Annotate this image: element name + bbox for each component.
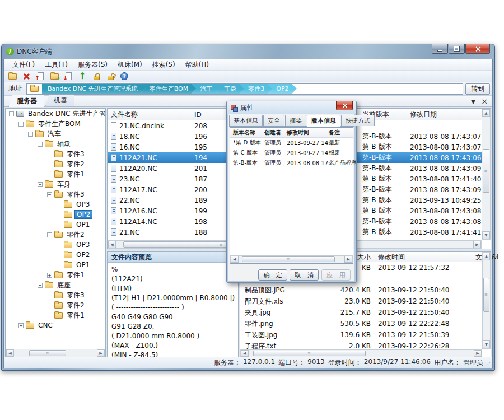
- ok-button[interactable]: 确 定: [258, 269, 287, 281]
- tree-item[interactable]: OP1: [6, 220, 105, 230]
- column-file-name[interactable]: 文件名称: [111, 109, 138, 120]
- breadcrumb-segment[interactable]: 零件生产BOM: [141, 84, 197, 94]
- tree-item[interactable]: 零件1: [6, 169, 105, 179]
- tree-item[interactable]: OP3: [6, 240, 105, 250]
- tree-item[interactable]: 零件3: [6, 149, 105, 159]
- version-row[interactable]: *第-D-版本管理员2013-09-27 14:...最新: [230, 138, 353, 148]
- menu-item[interactable]: 工具(T): [40, 59, 73, 71]
- tree-item[interactable]: −零件3: [6, 189, 105, 199]
- menu-item[interactable]: 机床(M): [113, 59, 147, 71]
- dialog-tab[interactable]: 快捷方式: [341, 115, 375, 126]
- tree-item[interactable]: −零件生产BOM: [6, 119, 105, 129]
- expand-icon[interactable]: +: [18, 323, 24, 328]
- scroll-left-icon[interactable]: ◀: [6, 349, 14, 357]
- delete-icon[interactable]: [20, 71, 32, 81]
- dialog-tab[interactable]: 安全: [263, 115, 284, 126]
- tab-server[interactable]: 服务器: [8, 95, 44, 107]
- table-row[interactable]: 工装图.jpg139.6 KB2013-09-12 21:50:39: [240, 329, 482, 340]
- scroll-right-icon[interactable]: ▶: [474, 350, 482, 357]
- scroll-down-icon[interactable]: ▼: [483, 340, 490, 348]
- open-folder-icon[interactable]: →: [48, 71, 60, 81]
- breadcrumb-segment[interactable]: Bandex DNC 先进生产管理系统: [42, 84, 146, 94]
- dialog-tab[interactable]: 基本信息: [229, 115, 263, 126]
- attachment-hscrollbar[interactable]: ◀ ≡ ▶: [240, 349, 482, 357]
- menu-item[interactable]: 服务器(S): [73, 59, 113, 71]
- attachment-vscrollbar[interactable]: ▲ ≡ ▼: [482, 252, 491, 349]
- tree-item[interactable]: −底座: [6, 280, 105, 290]
- new-folder-icon[interactable]: [6, 71, 18, 81]
- tree-item[interactable]: −轴承: [6, 139, 105, 149]
- tab-machine[interactable]: 机器: [45, 94, 74, 106]
- cancel-button[interactable]: 取 消: [290, 269, 319, 281]
- collapse-icon[interactable]: −: [47, 192, 52, 197]
- title-bar[interactable]: DNC客户端: [2, 44, 494, 59]
- column-version-name[interactable]: 版本名称: [233, 128, 255, 138]
- scroll-right-icon[interactable]: ▶: [97, 349, 105, 357]
- tree-item[interactable]: +CNC: [6, 320, 105, 330]
- help-icon[interactable]: ?: [118, 71, 130, 81]
- menu-item[interactable]: 文件(F): [7, 59, 40, 71]
- version-row[interactable]: 第-B-版本管理员2013-08-08 17:...老产品程序: [230, 158, 353, 168]
- collapse-icon[interactable]: −: [9, 111, 14, 116]
- column-id[interactable]: ID: [194, 109, 202, 120]
- panel-menu-icon[interactable]: ▼: [471, 99, 475, 105]
- tree-item[interactable]: 零件2: [6, 159, 105, 169]
- check-in-icon[interactable]: ↑: [34, 71, 46, 81]
- minimize-button[interactable]: [432, 44, 448, 54]
- scroll-up-icon[interactable]: ▲: [483, 253, 490, 260]
- tree-item[interactable]: +零件1: [6, 270, 105, 280]
- scroll-left-icon[interactable]: ◀: [108, 241, 116, 248]
- scroll-right-icon[interactable]: ▶: [344, 256, 352, 263]
- collapse-icon[interactable]: −: [38, 142, 43, 147]
- scroll-right-icon[interactable]: ▶: [473, 241, 481, 248]
- version-row[interactable]: 第-C-版本管理员2013-09-27 14:...报废: [230, 148, 353, 158]
- expand-icon[interactable]: +: [47, 273, 52, 278]
- collapse-icon[interactable]: −: [38, 283, 43, 288]
- scroll-left-icon[interactable]: ◀: [241, 350, 249, 357]
- scroll-up-icon[interactable]: ▲: [482, 109, 490, 117]
- tree-item[interactable]: 零件3: [6, 290, 105, 300]
- menu-item[interactable]: 搜索(S): [147, 59, 180, 71]
- panel-close-icon[interactable]: ×: [481, 97, 488, 105]
- dialog-title-bar[interactable]: 属性: [227, 101, 356, 114]
- table-row[interactable]: 制品顶图.JPG420.4 KB2013-09-12 21:50:40: [240, 284, 482, 296]
- tree-item[interactable]: OP3: [6, 199, 105, 209]
- tree-item[interactable]: 零件2: [6, 300, 105, 310]
- dialog-hscrollbar[interactable]: ◀ ≡ ▶: [230, 255, 353, 263]
- dialog-tab[interactable]: 摘要: [285, 115, 306, 126]
- collapse-icon[interactable]: −: [38, 182, 43, 187]
- table-row[interactable]: 零件.png530.5 KB2013-09-12 22:22:48: [240, 318, 482, 329]
- table-row[interactable]: 配刀文件.xls23.0 KB2013-09-12 21:50:40: [240, 296, 482, 307]
- tree-item[interactable]: −零件2: [6, 230, 105, 240]
- tree-item[interactable]: OP2: [6, 209, 105, 220]
- tree-item[interactable]: −车身: [6, 179, 105, 189]
- table-row[interactable]: 夹具.jpg215.7 KB2013-09-12 21:50:40: [240, 307, 482, 318]
- close-button[interactable]: [465, 44, 490, 54]
- dialog-close-button[interactable]: [336, 101, 353, 110]
- resize-grip[interactable]: ⋰: [486, 362, 491, 367]
- column-modified-date[interactable]: 修改日期: [410, 109, 437, 120]
- column-modify-time[interactable]: 修改时间: [287, 128, 309, 138]
- tree-hscrollbar[interactable]: ◀ ≡ ▶: [6, 349, 105, 357]
- scroll-down-icon[interactable]: ▼: [482, 231, 490, 239]
- upload-icon[interactable]: ↑: [76, 71, 88, 81]
- tree-item[interactable]: 零件1: [6, 310, 105, 320]
- check-out-icon[interactable]: ↓: [62, 71, 74, 81]
- scroll-left-icon[interactable]: ◀: [231, 256, 239, 263]
- unlock-icon[interactable]: [104, 71, 116, 81]
- address-input[interactable]: Bandex DNC 先进生产管理系统零件生产BOM汽车车身零件3OP2: [26, 83, 463, 95]
- menu-item[interactable]: 帮助(H): [180, 59, 214, 71]
- column-creator[interactable]: 创建者: [264, 128, 281, 138]
- file-list-vscrollbar[interactable]: ▲ ≡ ▼: [482, 109, 491, 240]
- tree-item[interactable]: −Bandex DNC 先进生产管理系统: [6, 109, 105, 119]
- lock-icon[interactable]: [90, 71, 102, 81]
- maximize-button[interactable]: [449, 44, 465, 54]
- column-note[interactable]: 备注: [329, 128, 340, 138]
- collapse-icon[interactable]: −: [28, 132, 33, 137]
- go-button[interactable]: 转到: [465, 83, 490, 95]
- tree-item[interactable]: OP1: [6, 260, 105, 270]
- tree-item[interactable]: OP2: [6, 250, 105, 260]
- dialog-tab[interactable]: 版本信息: [307, 115, 340, 127]
- collapse-icon[interactable]: −: [47, 232, 52, 237]
- column-modified-time[interactable]: 修改时间: [378, 252, 405, 262]
